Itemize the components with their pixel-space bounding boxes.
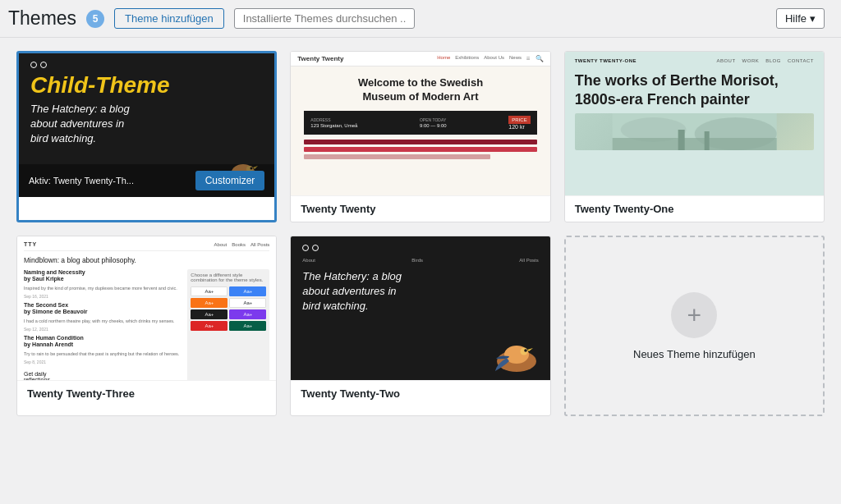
theme-footer-tt3: Twenty Twenty-Three bbox=[17, 380, 276, 406]
theme-card-child-theme[interactable]: Child-Theme The Hatchery: a blogabout ad… bbox=[16, 51, 277, 222]
add-new-theme-card[interactable]: + Neues Theme hinzufügen bbox=[564, 236, 825, 416]
tt1-image bbox=[575, 113, 814, 150]
svg-point-14 bbox=[524, 349, 527, 352]
svg-rect-10 bbox=[704, 131, 709, 150]
add-theme-label: Neues Theme hinzufügen bbox=[633, 348, 756, 360]
active-label: Aktiv: Twenty Twenty-Th... bbox=[29, 176, 134, 186]
help-button[interactable]: Hilfe ▾ bbox=[776, 8, 825, 29]
page-title: Themes bbox=[8, 9, 76, 28]
theme-card-twenty-twenty-one[interactable]: TWENTY TWENTY-ONE ABOUT WORK BLOG CONTAC… bbox=[564, 51, 825, 222]
theme-footer-tt2: Twenty Twenty-Two bbox=[291, 380, 549, 406]
tt2-logo bbox=[302, 245, 538, 251]
tt3-headline: Mindblown: a blog about philosophy. bbox=[24, 256, 269, 264]
tt3-article: The Human Conditionby Hannah Arendt Try … bbox=[24, 335, 182, 364]
ct-subtitle: The Hatchery: a blogabout adventures inb… bbox=[30, 102, 263, 147]
theme-screenshot-tt: Twenty Twenty Home Exhibitions About Us … bbox=[291, 52, 549, 195]
search-input[interactable] bbox=[234, 8, 415, 29]
theme-card-twenty-twenty[interactable]: Twenty Twenty Home Exhibitions About Us … bbox=[290, 51, 550, 222]
tt3-navbar: TTY About Books All Posts bbox=[24, 241, 269, 251]
theme-name: Twenty Twenty-One bbox=[575, 203, 674, 215]
customizer-button[interactable]: Customizer bbox=[195, 171, 265, 190]
theme-footer-tt: Twenty Twenty bbox=[291, 195, 549, 222]
tt1-main-title: The works of Berthe Morisot, 1800s-era F… bbox=[575, 71, 814, 108]
tt3-bottom: Get dailyreflections bbox=[24, 371, 182, 380]
theme-screenshot-tt2: About Birds All Posts The Hatchery: a bl… bbox=[291, 236, 549, 380]
bird-icon bbox=[490, 330, 544, 375]
header: Themes 5 Theme hinzufügen Hilfe ▾ bbox=[0, 0, 841, 38]
themes-grid: Child-Theme The Hatchery: a blogabout ad… bbox=[0, 38, 841, 429]
theme-card-twenty-twenty-three[interactable]: TTY About Books All Posts Mindblown: a b… bbox=[16, 236, 277, 416]
tt3-article: Naming and Necessityby Saul Kripke Inspi… bbox=[24, 269, 182, 299]
ct-title: Child-Theme bbox=[30, 73, 263, 99]
tt3-styles-panel: Choose a different style combination for… bbox=[187, 269, 269, 380]
theme-name: Twenty Twenty bbox=[301, 203, 375, 215]
tt1-navbar: TWENTY TWENTY-ONE ABOUT WORK BLOG CONTAC… bbox=[575, 58, 814, 63]
svg-rect-7 bbox=[612, 138, 776, 150]
theme-count-badge: 5 bbox=[86, 10, 104, 28]
theme-footer-tt1: Twenty Twenty-One bbox=[565, 195, 824, 222]
svg-rect-9 bbox=[678, 130, 684, 150]
theme-screenshot-child: Child-Theme The Hatchery: a blogabout ad… bbox=[19, 53, 274, 197]
ct-logo bbox=[30, 62, 263, 68]
tt-info-box: ADDRESS 123 Storgatan, Umeå OPEN TODAY 9… bbox=[304, 111, 536, 135]
theme-name: Twenty Twenty-Two bbox=[301, 387, 400, 400]
add-theme-button[interactable]: Theme hinzufügen bbox=[114, 8, 224, 29]
theme-screenshot-tt1: TWENTY TWENTY-ONE ABOUT WORK BLOG CONTAC… bbox=[565, 52, 824, 195]
tt3-article: The Second Sexby Simone de Beauvoir I ha… bbox=[24, 302, 182, 332]
active-theme-footer: Aktiv: Twenty Twenty-Th... Customizer bbox=[19, 164, 274, 197]
theme-card-twenty-twenty-two[interactable]: About Birds All Posts The Hatchery: a bl… bbox=[290, 236, 550, 416]
theme-name: Twenty Twenty-Three bbox=[27, 387, 135, 400]
add-plus-icon: + bbox=[671, 292, 717, 338]
page-wrapper: Themes 5 Theme hinzufügen Hilfe ▾ Child-… bbox=[0, 0, 841, 504]
tt-main-title: Welcome to the SwedishMuseum of Modern A… bbox=[358, 76, 483, 104]
tt2-subtitle: The Hatchery: a blogabout adventures inb… bbox=[302, 269, 538, 314]
theme-screenshot-tt3: TTY About Books All Posts Mindblown: a b… bbox=[17, 236, 276, 380]
